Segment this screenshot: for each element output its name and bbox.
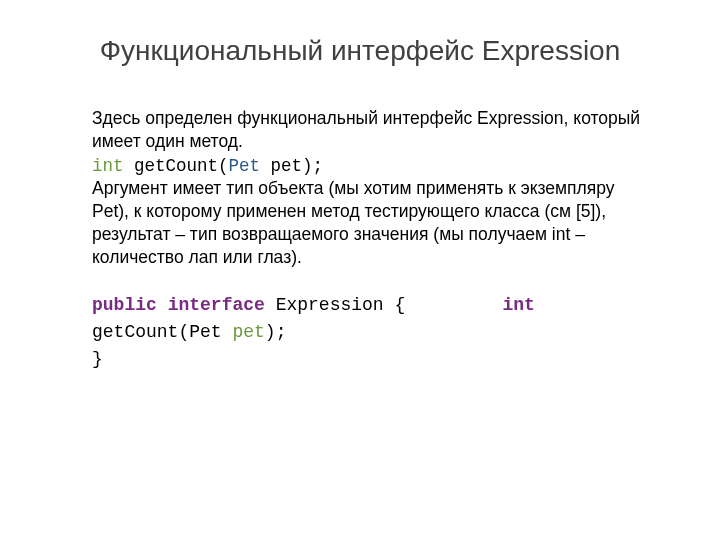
paragraph-explain: Аргумент имеет тип объекта (мы хотим при… xyxy=(92,177,650,268)
keyword-interface: interface xyxy=(168,295,265,315)
type-pet: Pet xyxy=(229,156,261,176)
keyword-int: int xyxy=(503,295,535,315)
code-text: ); xyxy=(265,322,287,342)
code-line-3: } xyxy=(92,346,650,373)
code-text: getCount(Pet xyxy=(92,322,232,342)
code-text: pet); xyxy=(260,156,323,176)
paragraph-intro: Здесь определен функциональный интерфейс… xyxy=(92,107,650,153)
code-signature: int getCount(Pet pet); xyxy=(92,155,650,178)
space xyxy=(157,295,168,315)
spacer xyxy=(92,270,650,292)
keyword-public: public xyxy=(92,295,157,315)
gap xyxy=(405,295,502,315)
code-text: Expression { xyxy=(265,295,405,315)
slide-title: Функциональный интерфейс Expression xyxy=(60,35,660,67)
slide-content: Здесь определен функциональный интерфейс… xyxy=(60,107,660,373)
code-line-2: getCount(Pet pet); xyxy=(92,319,650,346)
code-line-1: public interface Expression { int xyxy=(92,292,650,319)
code-text: getCount( xyxy=(124,156,229,176)
keyword-int: int xyxy=(92,156,124,176)
param-pet: pet xyxy=(232,322,264,342)
code-interface-block: public interface Expression { int getCou… xyxy=(92,292,650,373)
